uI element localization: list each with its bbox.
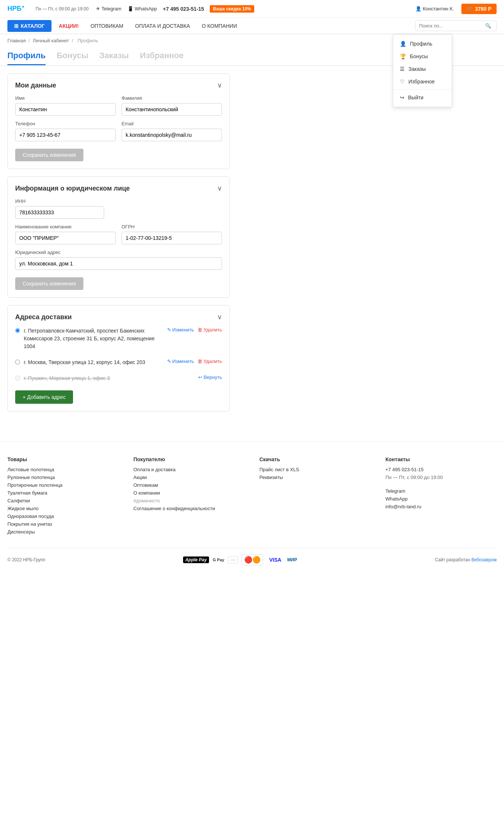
footer-link-dishes[interactable]: Одноразовая посуда (7, 513, 119, 519)
address-delete-1[interactable]: 🗑 Удалить (198, 327, 222, 333)
address-edit-2[interactable]: ✎ Изменить (167, 359, 194, 364)
email-input[interactable] (122, 129, 222, 141)
nav-about[interactable]: О КОМПАНИИ (198, 23, 242, 29)
address-text-2: г. Москва, Тверская улица 12, корпус 14,… (24, 359, 163, 366)
footer-link-pricelist[interactable]: Прайс лист в XLS (259, 467, 371, 472)
ogrn-input[interactable] (122, 232, 222, 244)
ogrn-label: ОГРН (122, 224, 222, 229)
contact-row: Телефон Email (15, 121, 222, 141)
dropdown-orders[interactable]: ☰ Заказы (393, 63, 452, 75)
mir-qr-icon: ○○ (228, 556, 238, 564)
search-button[interactable]: 🔍 (482, 21, 494, 31)
legal-save-button[interactable]: Сохранить изменения (15, 277, 83, 290)
address-delete-2[interactable]: 🗑 Удалить (198, 359, 222, 364)
inn-group: ИНН (15, 198, 222, 219)
last-name-label: Фамилия (122, 95, 222, 101)
my-data-save-button[interactable]: Сохранить изменения (15, 149, 83, 161)
nav-wholesale[interactable]: ОПТОВИКАМ (86, 23, 127, 29)
legal-address-label: Юридический адрес (15, 250, 222, 255)
heart-icon: ♡ (400, 79, 405, 85)
dropdown-profile[interactable]: 👤 Профиль (393, 37, 452, 50)
breadcrumb-cabinet[interactable]: Личный кабинет (33, 38, 69, 43)
visa-icon: VISA (267, 556, 284, 564)
logout-icon: ↪ (400, 95, 404, 100)
breadcrumb-home[interactable]: Главная (7, 38, 26, 43)
legal-address-input[interactable] (15, 257, 222, 270)
telegram-link[interactable]: ✈ Telegram (96, 6, 121, 11)
address-radio-1[interactable] (15, 328, 20, 333)
logo: НРБ✦ (7, 5, 24, 13)
footer-link-about[interactable]: О компании (133, 490, 245, 496)
my-data-card-header: Мои данные ∨ (15, 81, 222, 89)
phone-label: Телефон (15, 121, 116, 126)
header-links: ✈ Telegram 📱 WhatsApp +7 495 023-51-15 В… (96, 5, 254, 13)
address-edit-1[interactable]: ✎ Изменить (167, 327, 194, 333)
tab-orders[interactable]: Заказы (99, 51, 129, 65)
user-profile-link[interactable]: 👤 Константин К. (415, 6, 454, 11)
footer-col-products: Товары Листовые полотенца Рулонные полот… (7, 456, 119, 537)
my-data-chevron[interactable]: ∨ (217, 81, 222, 89)
phone-input[interactable] (15, 129, 116, 141)
footer-link-hashtag[interactable]: #домачисто (133, 498, 245, 503)
cart-icon: 🛒 (467, 6, 473, 12)
developer-link[interactable]: Вебозавром (471, 557, 497, 562)
my-data-card: Мои данные ∨ Имя Фамилия Телефон Email С… (7, 73, 230, 169)
footer-whatsapp[interactable]: WhatsApp (385, 496, 497, 502)
cart-button[interactable]: 🛒 3780 Р (461, 4, 497, 14)
catalog-button[interactable]: ⊞ КАТАЛОГ (7, 20, 52, 32)
email-label: Email (122, 121, 222, 126)
nav-delivery[interactable]: ОПЛАТА И ДОСТАВКА (131, 23, 195, 29)
footer-phone[interactable]: +7 495 023-51-15 (385, 467, 497, 472)
footer-bottom: © 2022 НРБ-Групп Apple Pay G Pay ○○ 🔴🟠 V… (7, 548, 497, 565)
profile-icon: 👤 (400, 41, 406, 47)
legal-chevron[interactable]: ∨ (217, 184, 222, 192)
footer-link-requisites[interactable]: Реквизиты (259, 475, 371, 480)
first-name-input[interactable] (15, 103, 116, 116)
grid-icon: ⊞ (14, 23, 19, 29)
footer-link-sheet-towels[interactable]: Листовые полотенца (7, 467, 119, 472)
last-name-input[interactable] (122, 103, 222, 116)
inn-row: ИНН (15, 198, 222, 219)
inn-label: ИНН (15, 198, 222, 204)
whatsapp-link[interactable]: 📱 WhatsApp (127, 6, 157, 11)
phone-number[interactable]: +7 495 023-51-15 (163, 6, 204, 12)
footer-email[interactable]: info@nrb-land.ru (385, 504, 497, 509)
legal-address-row: Юридический адрес (15, 250, 222, 270)
footer-telegram[interactable]: Telegram (385, 488, 497, 494)
footer-link-privacy[interactable]: Соглашение о конфиденциальности (133, 506, 245, 511)
edit-icon-1: ✎ (167, 327, 171, 333)
delivery-chevron[interactable]: ∨ (217, 313, 222, 321)
footer-link-roll-towels[interactable]: Рулонные полотенца (7, 475, 119, 480)
tab-favorites[interactable]: Избранное (140, 51, 183, 65)
footer-link-napkins[interactable]: Салфетки (7, 498, 119, 503)
dropdown-favorites[interactable]: ♡ Избранное (393, 75, 452, 88)
add-address-button[interactable]: + Добавить адрес (15, 390, 73, 404)
footer-link-dispensers[interactable]: Диспенсеры (7, 529, 119, 535)
footer-link-soap[interactable]: Жидкое мыло (7, 506, 119, 511)
address-radio-2[interactable] (15, 360, 20, 364)
footer-link-payment[interactable]: Оплата и доставка (133, 467, 245, 472)
search-input[interactable] (415, 21, 482, 31)
footer-link-actions[interactable]: Акции (133, 475, 245, 480)
trash-icon-2: 🗑 (198, 359, 202, 364)
dropdown-logout[interactable]: ↪ Выйти (393, 91, 452, 104)
dropdown-bonuses[interactable]: 🏆 Бонусы (393, 50, 452, 63)
address-text-1: г. Петропавловск-Камчатский, проспект Ба… (24, 327, 163, 350)
footer-columns: Товары Листовые полотенца Рулонные полот… (7, 456, 497, 537)
legal-address-group: Юридический адрес (15, 250, 222, 270)
developer-credit: Сайт разработан Вебозавром (435, 557, 497, 562)
tab-bonuses[interactable]: Бонусы (57, 51, 88, 65)
delivery-card: Адреса доставки ∨ г. Петропавловск-Камча… (7, 305, 230, 412)
dropdown-menu: 👤 Профиль 🏆 Бонусы ☰ Заказы ♡ Избранное … (393, 34, 452, 107)
footer-link-toilet-covers[interactable]: Покрытия на унитаз (7, 521, 119, 527)
tab-profile[interactable]: Профиль (7, 51, 46, 65)
address-restore-3[interactable]: ↩ Вернуть (198, 374, 222, 380)
footer-col-buyer: Покупателю Оплата и доставка Акции Оптов… (133, 456, 245, 537)
company-input[interactable] (15, 232, 116, 244)
nav-actions[interactable]: АКЦИИ! (54, 23, 83, 29)
email-group: Email (122, 121, 222, 141)
inn-input[interactable] (15, 206, 104, 219)
footer-link-toilet-paper[interactable]: Туалетная бумага (7, 490, 119, 496)
footer-link-wholesale[interactable]: Оптовикам (133, 482, 245, 488)
footer-link-wipe-towels[interactable]: Протирочные полотенца (7, 482, 119, 488)
